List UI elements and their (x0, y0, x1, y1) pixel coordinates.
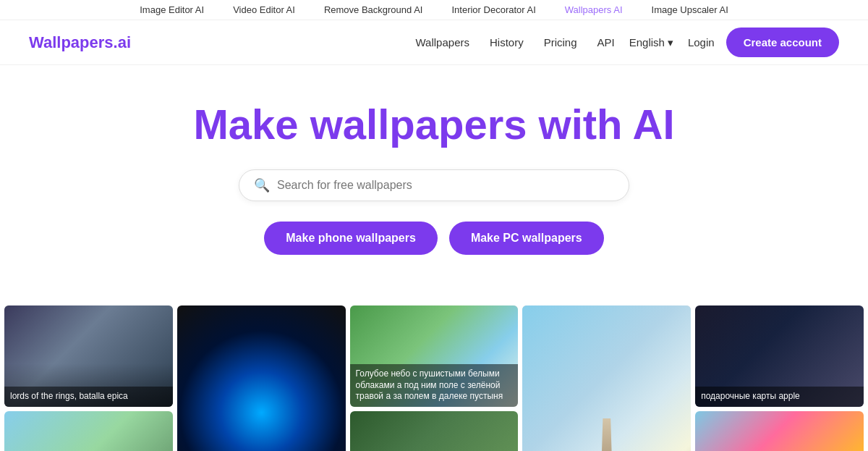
gallery-item-monument[interactable] (522, 305, 691, 451)
gallery-col-4 (522, 305, 691, 451)
top-nav-image-editor[interactable]: Image Editor AI (140, 4, 204, 15)
main-header: Wallpapers.ai Wallpapers History Pricing… (0, 20, 868, 65)
gallery-image-anime (4, 411, 173, 451)
gallery-col-3: Голубое небо с пушистыми белыми облаками… (350, 305, 519, 451)
gallery-col-5: подарочные карты apple (695, 305, 864, 451)
gallery-item-lords[interactable]: lords of the rings, batalla epica (4, 305, 173, 407)
nav-api[interactable]: API (597, 36, 615, 49)
make-phone-wallpapers-button[interactable]: Make phone wallpapers (264, 222, 438, 255)
gallery-item-sky-russian[interactable]: Голубое небо с пушистыми белыми облаками… (350, 305, 519, 407)
hero-section: Make wallpapers with AI 🔍 Make phone wal… (0, 65, 868, 305)
search-input[interactable] (277, 179, 614, 192)
search-bar: 🔍 (239, 169, 629, 201)
gallery-col-1: lords of the rings, batalla epica おばい (4, 305, 173, 451)
nav-wallpapers[interactable]: Wallpapers (416, 36, 469, 49)
top-nav: Image Editor AI Video Editor AI Remove B… (0, 0, 868, 20)
login-button[interactable]: Login (688, 36, 715, 49)
main-nav-links: Wallpapers History Pricing API (416, 36, 615, 49)
gallery-item-cartoon[interactable] (695, 411, 864, 451)
make-pc-wallpapers-button[interactable]: Make PC wallpapers (449, 222, 604, 255)
cta-buttons: Make phone wallpapers Make PC wallpapers (14, 222, 854, 255)
gallery-caption-sky-russian: Голубое небо с пушистыми белыми облаками… (350, 364, 519, 407)
top-nav-video-editor[interactable]: Video Editor AI (233, 4, 295, 15)
search-icon: 🔍 (254, 177, 270, 193)
create-account-button[interactable]: Create account (726, 28, 839, 57)
nav-pricing[interactable]: Pricing (544, 36, 577, 49)
top-nav-interior[interactable]: Interior Decorator AI (451, 4, 535, 15)
gallery-image-scifi (177, 305, 346, 451)
gallery-item-anime[interactable]: おばい (4, 411, 173, 451)
gallery-section: lords of the rings, batalla epica おばい Го… (0, 305, 868, 451)
gallery-image-cartoon (695, 411, 864, 451)
gallery-col-2 (177, 305, 346, 451)
gallery-item-scifi[interactable] (177, 305, 346, 451)
top-nav-upscaler[interactable]: Image Upscaler AI (652, 4, 728, 15)
language-label: English (629, 36, 665, 49)
gallery-image-monument (522, 305, 691, 451)
top-nav-wallpapers[interactable]: Wallpapers AI (565, 4, 623, 15)
top-nav-remove-bg[interactable]: Remove Background AI (324, 4, 423, 15)
gallery-image-chinese (350, 411, 519, 451)
language-selector[interactable]: English ▾ (629, 36, 673, 49)
chevron-down-icon: ▾ (668, 36, 673, 49)
nav-history[interactable]: History (490, 36, 524, 49)
logo[interactable]: Wallpapers.ai (29, 33, 131, 52)
gallery-caption-apple: подарочные карты apple (695, 387, 864, 407)
hero-title: Make wallpapers with AI (14, 101, 854, 148)
gallery-item-chinese[interactable]: Китайские часы с живыми... (350, 411, 519, 451)
gallery-caption-lords: lords of the rings, batalla epica (4, 387, 173, 407)
gallery-item-apple[interactable]: подарочные карты apple (695, 305, 864, 407)
